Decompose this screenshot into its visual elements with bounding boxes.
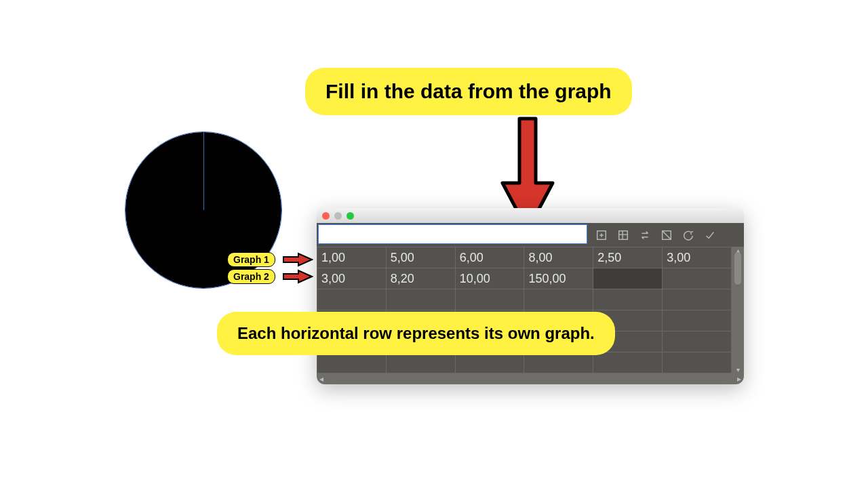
cell[interactable]: 10,00: [455, 268, 524, 289]
horizontal-scrollbar[interactable]: ◂ ▸: [317, 373, 744, 384]
cell-entry-input[interactable]: [318, 224, 587, 244]
window-titlebar[interactable]: [317, 208, 744, 223]
graph-data-window: 1,00 5,00 6,00 8,00 2,50 3,00 3,00 8,20 …: [317, 208, 744, 384]
window-zoom-icon[interactable]: [347, 212, 354, 220]
pill-graph1: Graph 1: [227, 252, 275, 267]
data-toolbar: [317, 223, 744, 247]
vertical-scrollbar[interactable]: ▴ ▾: [732, 247, 744, 373]
scroll-left-icon[interactable]: ◂: [319, 374, 323, 384]
arrow-right-icon: [282, 269, 313, 287]
window-close-icon[interactable]: [322, 212, 330, 220]
pie-start-tick: [203, 132, 204, 210]
table-row[interactable]: [317, 289, 732, 310]
cell[interactable]: 8,00: [524, 247, 593, 268]
table-row[interactable]: 1,00 5,00 6,00 8,00 2,50 3,00: [317, 247, 732, 268]
cell[interactable]: 2,50: [593, 247, 663, 268]
pill-graph2: Graph 2: [227, 269, 275, 284]
callout-bottom-text: Each horizontal row represents its own g…: [237, 324, 595, 342]
table-row[interactable]: [317, 352, 732, 373]
svg-rect-1: [619, 230, 628, 239]
callout-fill-data: Fill in the data from the graph: [305, 68, 632, 115]
cell[interactable]: 6,00: [455, 247, 524, 268]
revert-icon[interactable]: [682, 229, 694, 241]
callout-top-text: Fill in the data from the graph: [326, 80, 612, 102]
apply-icon[interactable]: [704, 229, 716, 241]
scroll-down-icon[interactable]: ▾: [732, 366, 744, 373]
table-row[interactable]: 3,00 8,20 10,00 150,00: [317, 268, 732, 289]
arrow-right-icon: [282, 252, 313, 270]
import-data-icon[interactable]: [595, 229, 608, 241]
cell[interactable]: [663, 268, 732, 289]
tutorial-stage: Fill in the data from the graph Graph 1 …: [0, 0, 868, 488]
cell[interactable]: 1,00: [317, 247, 387, 268]
cell[interactable]: 3,00: [317, 268, 387, 289]
cell[interactable]: 8,20: [386, 268, 455, 289]
switch-xy-icon[interactable]: [639, 229, 651, 241]
cell[interactable]: 150,00: [524, 268, 593, 289]
cell[interactable]: 3,00: [663, 247, 732, 268]
scroll-right-icon[interactable]: ▸: [737, 374, 741, 384]
callout-row-explain: Each horizontal row represents its own g…: [217, 312, 615, 355]
window-minimize-icon[interactable]: [334, 212, 342, 220]
cell[interactable]: [593, 268, 663, 289]
scroll-thumb[interactable]: [734, 252, 741, 285]
cell-style-icon[interactable]: [660, 229, 673, 241]
transpose-icon[interactable]: [617, 229, 629, 241]
cell[interactable]: 5,00: [386, 247, 455, 268]
